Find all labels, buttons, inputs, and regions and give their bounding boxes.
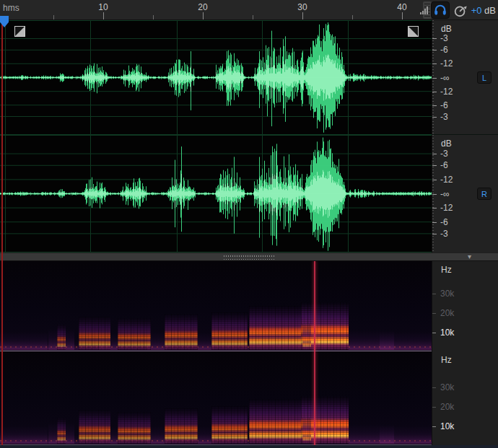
- spectrogram-burst-column: [57, 418, 66, 444]
- headphones-monitor-button[interactable]: [431, 1, 450, 19]
- db-scale-label: -6: [440, 160, 448, 170]
- bottom-edge-bar: [0, 445, 498, 448]
- ruler-minor-tick: [153, 15, 154, 19]
- channel-badge-right[interactable]: R: [477, 188, 492, 200]
- db-scale-tick: [432, 78, 437, 79]
- ruler-minor-tick: [352, 15, 353, 19]
- hz-scale-tick: [432, 387, 436, 388]
- gain-unit: dB: [484, 5, 496, 16]
- monitor-controls: +0 dB: [420, 0, 496, 20]
- timeline-ruler[interactable]: hms 10203040 +0 dB: [0, 0, 498, 20]
- db-scale-label: -∞: [440, 73, 450, 83]
- gain-knob-icon[interactable]: [453, 1, 468, 19]
- spectrogram-burst-column: [57, 324, 66, 350]
- db-scale-tick: [432, 194, 437, 195]
- spectrogram-burst-column: [118, 412, 151, 444]
- hz-scale-tick: [432, 407, 436, 408]
- db-scale-tick: [432, 92, 437, 92]
- ruler-minor-tick: [53, 15, 54, 19]
- ruler-tick-label: 20: [193, 2, 213, 12]
- waveform-display-right[interactable]: [0, 135, 432, 252]
- db-scale-tick: [432, 38, 437, 39]
- spectrogram-section: Hz 30k20k10k Hz 30k20k10k: [0, 261, 498, 445]
- level-meter-icon: [420, 6, 428, 14]
- db-scale-tick: [432, 63, 437, 64]
- panel-splitter[interactable]: ▾: [0, 252, 498, 261]
- playhead-line: [1, 20, 3, 445]
- spectrogram-panel-left: Hz 30k20k10k: [0, 261, 498, 351]
- db-scale-label: -12: [440, 58, 453, 69]
- db-scale-tick: [432, 222, 437, 223]
- hz-scale-label: 10k: [440, 328, 454, 338]
- channel-badge-left[interactable]: L: [477, 71, 492, 84]
- db-scale-unit: dB: [441, 139, 452, 149]
- ruler-major-tick: [103, 12, 104, 19]
- db-scale-label: -3: [440, 112, 448, 122]
- db-scale-label: -12: [440, 203, 453, 213]
- waveform-display-left[interactable]: [0, 20, 432, 134]
- spectrogram-burst-column: [79, 317, 110, 350]
- db-scale-label: -6: [440, 45, 448, 55]
- db-scale-label: -12: [440, 175, 453, 185]
- headphones-icon: [432, 3, 448, 17]
- hz-scale-label: 20k: [440, 308, 454, 318]
- db-scale-left: dB -3-6-12-∞-12-6-3 L: [432, 20, 498, 134]
- gain-value: +0: [471, 5, 482, 16]
- db-scale-tick: [432, 50, 437, 50]
- db-scale-tick: [432, 208, 437, 208]
- fade-out-handle[interactable]: [408, 26, 419, 37]
- spectrogram-marker-line: [314, 351, 315, 445]
- spectrogram-noise-column: [0, 426, 48, 444]
- hz-scale-label: 30k: [440, 289, 454, 299]
- ruler-unit-label: hms: [3, 3, 19, 13]
- ruler-tick-label: 40: [392, 2, 412, 12]
- hz-scale-tick: [432, 333, 436, 333]
- spectrogram-burst-column: [118, 318, 151, 350]
- channel-right: dB -3-6-12-∞-12-6-3 R: [0, 135, 498, 252]
- hz-scale-label: 20k: [440, 402, 454, 412]
- gain-readout[interactable]: +0 dB: [471, 5, 496, 16]
- db-scale-tick: [432, 154, 437, 154]
- hz-scale-unit: Hz: [441, 265, 452, 275]
- hz-scale-tick: [432, 294, 436, 294]
- hz-scale-unit: Hz: [441, 355, 452, 365]
- hz-scale-label: 10k: [440, 421, 454, 431]
- waveform-section: dB -3-6-12-∞-12-6-3 L dB -3-6-12-∞-12-6-…: [0, 20, 498, 252]
- db-scale-tick: [432, 165, 437, 166]
- db-scale-tick: [432, 117, 437, 118]
- spectrogram-marker-line: [314, 261, 315, 351]
- spectrogram-noise-column: [0, 332, 48, 350]
- db-scale-tick: [432, 234, 437, 234]
- spectrogram-noise-column: [380, 426, 432, 444]
- audio-editor-window: hms 10203040 +0 dB: [0, 0, 498, 448]
- spectrogram-panel-right: Hz 30k20k10k: [0, 351, 498, 445]
- spectrogram-burst-column: [165, 408, 198, 444]
- spectrogram-burst-column: [302, 324, 311, 350]
- hz-scale-tick: [432, 313, 436, 314]
- ruler-minor-tick: [253, 15, 253, 19]
- spectrogram-noise-column: [380, 332, 432, 350]
- hz-scale-right: Hz 30k20k10k: [432, 351, 498, 445]
- db-scale-label: -3: [440, 229, 448, 239]
- fade-in-handle[interactable]: [14, 26, 25, 37]
- ruler-tick-label: 30: [292, 2, 313, 12]
- db-scale-right: dB -3-6-12-∞-12-6-3 R: [432, 135, 498, 252]
- spectrogram-burst-column: [79, 410, 110, 444]
- db-scale-label: -3: [440, 149, 448, 159]
- splitter-grip-icon[interactable]: [224, 255, 274, 260]
- spectrogram-burst-column: [211, 406, 247, 444]
- hz-scale-tick: [432, 426, 436, 427]
- ruler-major-tick: [402, 12, 403, 19]
- db-scale-label: -6: [440, 100, 448, 110]
- db-scale-label: -12: [440, 87, 453, 97]
- collapse-arrow-icon[interactable]: ▾: [468, 252, 471, 260]
- db-scale-tick: [432, 180, 437, 180]
- db-scale-unit: dB: [441, 24, 452, 34]
- db-scale-label: -3: [440, 33, 448, 43]
- spectrogram-display-left[interactable]: [0, 261, 432, 351]
- hz-scale-label: 30k: [440, 382, 454, 392]
- channel-left: dB -3-6-12-∞-12-6-3 L: [0, 20, 498, 135]
- db-scale-label: -∞: [440, 189, 450, 199]
- spectrogram-display-right[interactable]: [0, 351, 432, 445]
- hz-scale-left: Hz 30k20k10k: [432, 261, 498, 351]
